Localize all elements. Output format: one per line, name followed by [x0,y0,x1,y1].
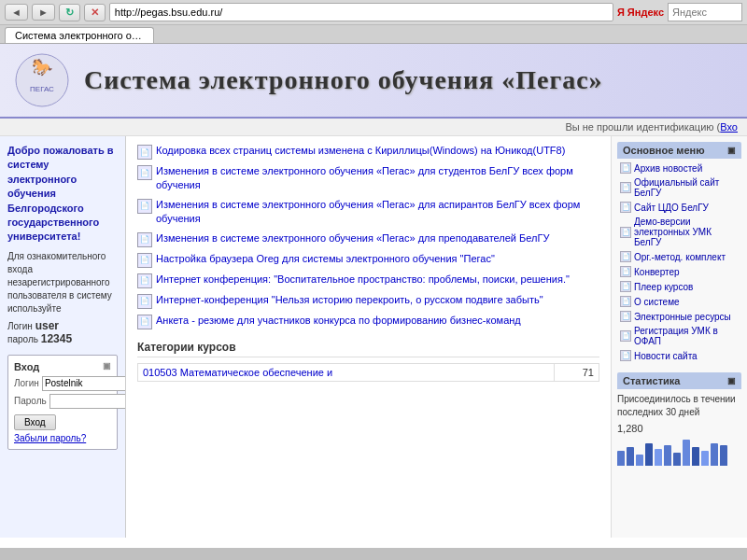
news-item-text[interactable]: Изменения в системе электронного обучени… [156,231,549,245]
news-item: 📄 Изменения в системе электронного обуче… [137,231,599,247]
welcome-box: Добро пожаловать в систему электронного … [7,144,118,345]
menu-item[interactable]: 📄Архив новостей [617,161,741,175]
chart-bar [701,451,709,466]
menu-item[interactable]: 📄Сайт ЦДО БелГУ [617,200,741,215]
menu-item-label: Архив новостей [634,163,702,174]
menu-item-label: Демо-версии электронных УМК БелГУ [634,217,739,247]
news-item-icon: 📄 [137,273,152,288]
news-item: 📄 Изменения в системе электронного обуче… [137,198,599,227]
news-item-text[interactable]: Анкета - резюме для участников конкурса … [156,314,521,328]
refresh-button[interactable]: ↻ [59,4,80,21]
demo-username: user [35,319,59,332]
news-item-text[interactable]: Настройка браузера Oreg для системы элек… [156,252,495,266]
menu-item-icon: 📄 [620,162,631,174]
course-name[interactable]: 010503 Математическое обеспечение и [138,363,555,381]
news-item-text[interactable]: Интернет-конференция "Нельзя историю пер… [156,293,543,307]
news-list: 📄 Кодировка всех страниц системы изменен… [137,144,599,329]
tab-active[interactable]: Система электронного обучения "... [5,27,154,43]
left-sidebar: Добро пожаловать в систему электронного … [0,136,126,538]
menu-item-label: Орг.-метод. комплект [634,252,726,262]
main-menu-title: Основное меню ▣ [617,142,741,159]
login-input[interactable] [42,376,126,391]
chart-bar [692,447,699,466]
password-label-hint: пароль [7,334,38,344]
login-hint: Логин user пароль 12345 [7,319,118,345]
courses-section-title: Категории курсов [137,341,599,357]
login-box-title: Вход ▣ [14,361,111,372]
menu-item[interactable]: 📄Регистрация УМК в ОФАП [617,324,741,348]
login-label: Логин [7,321,33,331]
chart-bar [683,440,690,466]
chart-bar [673,453,681,466]
welcome-text: Добро пожаловать в систему электронного … [7,144,118,245]
menu-item-icon: 📄 [620,281,631,292]
news-item-icon: 📄 [137,315,152,329]
password-input[interactable] [49,394,126,409]
menu-item[interactable]: 📄Электронные ресурсы [617,309,741,324]
menu-item-icon: 📄 [620,251,631,262]
forgot-password-link[interactable]: Забыли пароль? [14,433,111,443]
menu-item[interactable]: 📄О системе [617,294,741,309]
chart-bar [720,445,727,466]
site-title: Система электронного обучения «Пегас» [84,65,603,95]
search-engine-label: Я Яндекс [617,7,664,18]
menu-item[interactable]: 📄Новости сайта [617,348,741,363]
chart-bar [711,443,718,466]
stats-expand-icon[interactable]: ▣ [727,376,736,385]
back-button[interactable]: ◄ [5,4,28,21]
menu-item[interactable]: 📄Официальный сайт БелГУ [617,175,741,200]
menu-item[interactable]: 📄Конвертер [617,264,741,279]
chart-bar [636,455,643,466]
news-item-text[interactable]: Интернет конференция: "Воспитательное пр… [156,273,570,287]
menu-item-label: Сайт ЦДО БелГУ [634,203,709,213]
main-menu-label: Основное меню [623,145,705,156]
news-item: 📄 Кодировка всех страниц системы изменен… [137,144,599,160]
news-item-icon: 📄 [137,165,152,180]
menu-item[interactable]: 📄Демо-версии электронных УМК БелГУ [617,215,741,249]
tab-bar: Система электронного обучения "... [0,25,747,43]
stop-button[interactable]: ✕ [84,4,106,21]
menu-item-label: Конвертер [634,267,680,277]
menu-item-label: Новости сайта [634,351,698,361]
menu-item-label: Плеер курсов [634,282,693,292]
menu-item[interactable]: 📄Плеер курсов [617,279,741,294]
svg-text:🐎: 🐎 [32,57,53,77]
login-link[interactable]: Вхо [720,121,738,133]
table-row: 010503 Математическое обеспечение и71 [138,363,599,381]
menu-item-label: О системе [634,297,680,307]
login-box: Вход ▣ Логин Пароль Вход Забыли пароль? [7,355,118,450]
courses-table: 010503 Математическое обеспечение и71 [137,363,599,382]
stats-description: Присоединилось в течении последних 30 дн… [617,393,741,419]
news-item-icon: 📄 [137,253,152,268]
menu-item-icon: 📄 [620,311,631,322]
menu-expand-icon[interactable]: ▣ [727,146,736,155]
login-field-label: Логин [14,378,39,388]
login-button[interactable]: Вход [14,414,56,430]
browser-toolbar: ◄ ► ↻ ✕ Я Яндекс [0,0,747,25]
news-item-icon: 📄 [137,294,152,309]
login-field: Логин [14,376,111,391]
site-logo: 🐎 ПЕГАС [14,52,70,108]
news-item-icon: 📄 [137,145,152,160]
chart-bar [627,447,634,466]
forward-button[interactable]: ► [32,4,55,21]
password-field-label: Пароль [14,396,47,406]
stats-box: Статистика ▣ Присоединилось в течении по… [617,372,741,466]
center-content: 📄 Кодировка всех страниц системы изменен… [126,136,612,538]
news-item: 📄 Интернет конференция: "Воспитательное … [137,273,599,288]
stats-title: Статистика ▣ [617,372,741,389]
menu-item-icon: 📄 [620,266,631,277]
search-input[interactable] [668,3,742,21]
svg-text:ПЕГАС: ПЕГАС [30,85,54,93]
news-item-text[interactable]: Изменения в системе электронного обучени… [156,198,599,227]
news-item-text[interactable]: Изменения в системе электронного обучени… [156,164,599,193]
address-bar[interactable] [109,3,613,21]
menu-item-icon: 📄 [620,350,631,361]
news-item-text[interactable]: Кодировка всех страниц системы изменена … [156,144,565,158]
menu-item-label: Регистрация УМК в ОФАП [634,326,739,346]
stats-bar-chart [617,438,741,466]
chart-bar [617,451,625,466]
news-item: 📄 Анкета - резюме для участников конкурс… [137,314,599,329]
menu-item[interactable]: 📄Орг.-метод. комплект [617,249,741,264]
auth-bar: Вы не прошли идентификацию (Вхо [0,119,747,136]
